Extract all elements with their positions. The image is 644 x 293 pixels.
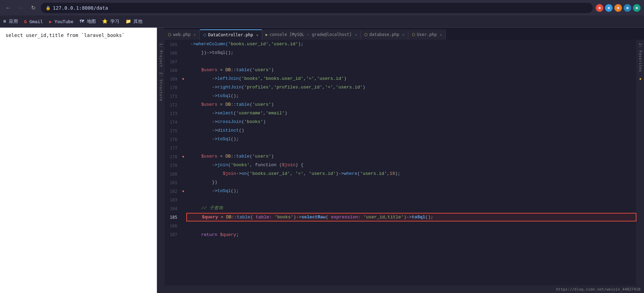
- ln-185: 185: [165, 212, 180, 221]
- tab-database[interactable]: ⬡ database.php ✕: [361, 29, 408, 40]
- gutter-176: [180, 135, 186, 143]
- gutter-174: [180, 117, 186, 126]
- ln-172: 172: [165, 100, 180, 109]
- code-line-184: // 子查询: [186, 204, 636, 212]
- ext-icon-5[interactable]: ●: [633, 4, 641, 12]
- ln-175: 175: [165, 126, 180, 135]
- gutter-169: ◆: [180, 74, 186, 83]
- reload-button[interactable]: ↻: [28, 3, 38, 13]
- gutter-179: [180, 161, 186, 169]
- bookmark-gmail[interactable]: G Gmail: [24, 19, 43, 24]
- ln-165: 165: [165, 40, 180, 48]
- tabs-container: ⬡ web.php ✕ ⬡ DataController.php ✕ ▶ con…: [165, 28, 446, 40]
- gutter-184: [180, 204, 186, 212]
- tab-web-php[interactable]: ⬡ web.php ✕: [165, 29, 200, 40]
- gutter-181: [180, 178, 186, 187]
- code-line-166: })->toSql();: [186, 48, 636, 57]
- right-sidebar: 2: Favorites ★: [636, 40, 644, 285]
- ln-186: 186: [165, 221, 180, 230]
- tab-console[interactable]: ▶ console [MySQL - grade@localhost] ✕: [262, 29, 361, 40]
- ext-icon-3[interactable]: ●: [614, 4, 622, 12]
- tab-icon-database: ⬡: [364, 32, 368, 37]
- ln-169: 169: [165, 74, 180, 83]
- main-content: select user_id,title from `laravel_books…: [0, 28, 644, 293]
- code-line-186: [186, 222, 636, 230]
- ide-activity-bar: 1: Project Z: Structure: [157, 40, 165, 285]
- ln-171: 171: [165, 92, 180, 100]
- code-line-174: ->crossJoin('books'): [186, 117, 636, 126]
- code-line-179: ->join('books', function ($join) {: [186, 161, 636, 169]
- forward-button[interactable]: →: [16, 3, 26, 13]
- ide-tab-bar: ⬡ web.php ✕ ⬡ DataController.php ✕ ▶ con…: [157, 28, 644, 40]
- gutter-183: [180, 195, 186, 204]
- gutter-185: [180, 212, 186, 221]
- ext-icon-4[interactable]: ●: [624, 4, 631, 12]
- gutter-168: [180, 66, 186, 74]
- gutter-173: [180, 109, 186, 117]
- code-line-173: ->select('username','email'): [186, 109, 636, 117]
- gutter-172: [180, 100, 186, 109]
- address-bar[interactable]: 🔒 127.0.0.1:8000/data: [41, 3, 593, 13]
- ln-183: 183: [165, 195, 180, 204]
- ln-174: 174: [165, 117, 180, 126]
- gutter-166: [180, 48, 186, 57]
- bookmark-other[interactable]: 📁 其他: [126, 18, 143, 25]
- ext-icon-2[interactable]: ●: [605, 4, 613, 12]
- gutter-182: ◆: [180, 187, 186, 195]
- bookmark-youtube[interactable]: ▶ YouTube: [49, 19, 73, 24]
- code-line-171: ->toSql();: [186, 92, 636, 100]
- code-line-165: ->whereColumn('books.user_id','users.id'…: [186, 40, 636, 48]
- gutter: ◆ ◆ ◆: [180, 40, 186, 285]
- tab-icon-user: ⬡: [412, 32, 415, 37]
- code-line-169: ->leftJoin('books','books.user_id','=','…: [186, 74, 636, 83]
- code-line-175: ->distinct(): [186, 126, 636, 135]
- code-line-167: [186, 57, 636, 66]
- bookmark-apps[interactable]: ⊞ 应用: [3, 18, 18, 25]
- line-numbers: 165 166 167 168 169 170 171 172 173 174 …: [165, 40, 180, 285]
- code-line-181: }): [186, 178, 636, 187]
- code-line-185: $query = DB::table( table: 'books')->sel…: [186, 213, 636, 221]
- gutter-178: ◆: [180, 152, 186, 161]
- sidebar-strip-top: [157, 28, 165, 40]
- ln-184: 184: [165, 204, 180, 212]
- gutter-170: [180, 83, 186, 92]
- ln-167: 167: [165, 57, 180, 66]
- code-line-182: ->toSql();: [186, 187, 636, 195]
- extension-icons: ● ● ● ● ●: [596, 4, 641, 12]
- gutter-165: [180, 40, 186, 48]
- sidebar-label-favorites: 2: Favorites: [638, 41, 642, 74]
- gutter-175: [180, 126, 186, 135]
- ln-178: 178: [165, 152, 180, 161]
- code-line-176: ->toSql();: [186, 135, 636, 143]
- gutter-177: [180, 143, 186, 152]
- ln-181: 181: [165, 178, 180, 187]
- browser-toolbar: ← → ↻ 🔒 127.0.0.1:8000/data ● ● ● ● ●: [0, 0, 644, 16]
- ln-180: 180: [165, 169, 180, 178]
- code-content: ->whereColumn('books.user_id','users.id'…: [186, 40, 636, 285]
- bookmark-study[interactable]: ⭐ 学习: [102, 18, 119, 25]
- code-line-170: ->rightJoin('profiles','profiles.user_id…: [186, 83, 636, 92]
- tab-close-console[interactable]: ✕: [355, 33, 357, 37]
- ext-icon-1[interactable]: ●: [596, 4, 603, 12]
- tab-datacontroller[interactable]: ⬡ DataController.php ✕: [200, 29, 262, 40]
- gutter-187: [180, 230, 186, 238]
- tab-user[interactable]: ⬡ User.php ✕: [408, 29, 446, 40]
- tab-close-datacontroller[interactable]: ✕: [256, 33, 258, 37]
- tab-close-user[interactable]: ✕: [440, 33, 442, 37]
- code-line-187: return $query;: [186, 230, 636, 239]
- gutter-171: [180, 92, 186, 100]
- code-line-178: $users = DB::table('users'): [186, 152, 636, 161]
- back-button[interactable]: ←: [3, 3, 13, 13]
- code-line-168: $users = DB::table('users'): [186, 66, 636, 74]
- status-bar: https://blog.csdn.net/weixin_44827418: [157, 285, 644, 293]
- sidebar-label-structure: Z: Structure: [159, 70, 163, 103]
- ln-177: 177: [165, 143, 180, 152]
- ide-panel: ⬡ web.php ✕ ⬡ DataController.php ✕ ▶ con…: [157, 28, 644, 293]
- tab-close-web[interactable]: ✕: [194, 33, 196, 37]
- url-text: 127.0.0.1:8000/data: [53, 5, 108, 11]
- tab-close-database[interactable]: ✕: [402, 33, 404, 37]
- gutter-167: [180, 57, 186, 66]
- ln-170: 170: [165, 83, 180, 92]
- bookmark-maps[interactable]: 🗺 地图: [80, 18, 96, 25]
- code-line-177: [186, 143, 636, 152]
